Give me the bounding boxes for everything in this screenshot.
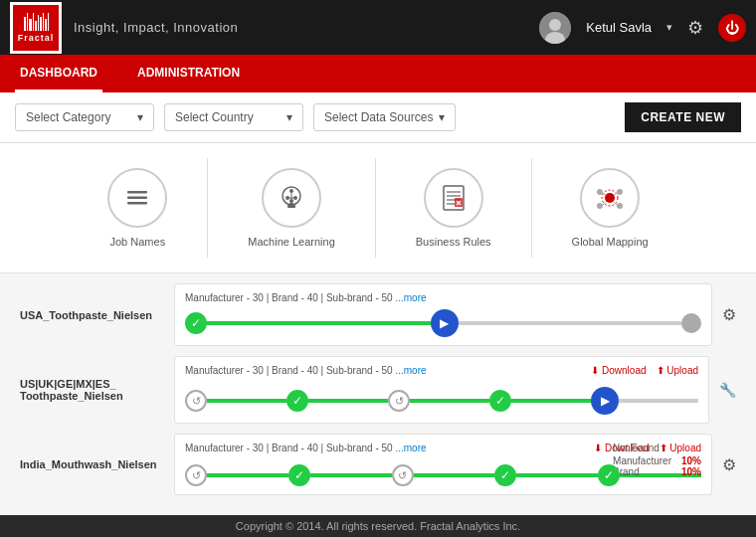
select-category[interactable]: Select Category ▾ <box>15 103 154 131</box>
svg-rect-3 <box>127 191 147 194</box>
icon-business-rules[interactable]: Business Rules <box>376 158 532 258</box>
pipeline-line-gray-1 <box>459 321 682 325</box>
svg-point-10 <box>289 199 293 203</box>
job-row-3: India_Mouthwash_Nielsen Manufacturer - 3… <box>20 434 736 495</box>
job-meta-3: Manufacturer - 30 | Brand - 40 | Sub-bra… <box>185 443 579 453</box>
logo-area: Fractal Insight, Impact, Innovation <box>10 2 238 54</box>
global-mapping-label: Global Mapping <box>572 236 649 248</box>
select-country-label: Select Country <box>175 110 254 124</box>
pipeline-line-gray-2 <box>619 399 698 403</box>
play-circle-2[interactable]: ▶ <box>591 387 619 415</box>
job-meta-1: Manufacturer - 30 | Brand - 40 | Sub-bra… <box>185 292 701 303</box>
pipeline-line-green-3d <box>516 473 598 477</box>
global-mapping-icon <box>580 168 640 228</box>
job-name-1: USA_Toothpaste_Nielsen <box>20 309 174 321</box>
job-row: USA_Toothpaste_Nielsen Manufacturer - 30… <box>20 283 736 346</box>
nav-administration[interactable]: ADMINISTRATION <box>132 55 245 92</box>
icon-job-names[interactable]: Job Names <box>68 158 208 258</box>
job-actions-3: ⚙ <box>722 455 736 474</box>
job-pipeline-1: Manufacturer - 30 | Brand - 40 | Sub-bra… <box>174 283 712 346</box>
check-circle-3a: ✓ <box>288 464 310 486</box>
svg-rect-13 <box>287 205 295 208</box>
gray-dot-1 <box>681 313 701 333</box>
power-icon[interactable]: ⏻ <box>718 14 746 42</box>
upload-link-2[interactable]: ⬆ Upload <box>657 365 698 378</box>
svg-point-1 <box>549 19 561 31</box>
job-actions-1: ⚙ <box>722 305 736 324</box>
pipeline-line-green-2d <box>511 399 591 403</box>
pipeline-line-green-2a <box>207 399 286 403</box>
job-row-2: US|UK|GE|MX|ES_Toothpaste_Nielsen Manufa… <box>20 356 736 424</box>
job-meta-2: Manufacturer - 30 | Brand - 40 | Sub-bra… <box>185 365 576 376</box>
more-link-3[interactable]: ...more <box>395 443 426 453</box>
svg-point-27 <box>597 203 603 209</box>
wrench-icon-2[interactable]: 🔧 <box>719 382 736 398</box>
check-circle-2: ✓ <box>286 390 308 412</box>
pipeline-track-1: ✓ ▶ <box>185 309 701 337</box>
select-data-sources[interactable]: Select Data Sources ▾ <box>313 103 456 131</box>
not-found-row-2: Brand 10% <box>613 466 701 477</box>
svg-rect-4 <box>127 197 147 200</box>
icon-machine-learning[interactable]: Machine Learning <box>208 158 375 258</box>
gear-action-icon-1[interactable]: ⚙ <box>722 305 736 324</box>
select-country[interactable]: Select Country ▾ <box>164 103 303 131</box>
more-link-2[interactable]: ...more <box>395 365 426 376</box>
svg-point-26 <box>617 189 623 195</box>
not-found-row-1: Manufacturer 10% <box>613 455 701 466</box>
pause-circle-3a[interactable]: ↺ <box>185 464 207 486</box>
nav-dashboard[interactable]: DASHBOARD <box>15 55 102 92</box>
not-found-pct-1: 10% <box>681 455 701 466</box>
select-datasources-label: Select Data Sources <box>324 110 433 124</box>
pipeline-line-green-2b <box>308 399 388 403</box>
pause-circle-2b[interactable]: ↺ <box>388 390 410 412</box>
footer-text: Copyright © 2014. All rights reserved. F… <box>236 520 520 532</box>
header-tagline: Insight, Impact, Innovation <box>74 20 238 35</box>
job-name-3: India_Mouthwash_Nielsen <box>20 458 174 470</box>
not-found-info: Not Found Manufacturer 10% Brand 10% <box>613 443 701 477</box>
pipeline-line-green-3b <box>310 473 392 477</box>
job-name-2: US|UK|GE|MX|ES_Toothpaste_Nielsen <box>20 378 174 402</box>
icon-global-mapping[interactable]: Global Mapping <box>532 158 688 258</box>
svg-point-23 <box>605 193 615 203</box>
select-category-label: Select Category <box>26 110 110 124</box>
not-found-label-1: Manufacturer <box>613 455 671 466</box>
main-content: Select Category ▾ Select Country ▾ Selec… <box>0 92 756 537</box>
svg-rect-14 <box>289 203 293 205</box>
job-names-icon <box>107 168 167 228</box>
chevron-down-icon[interactable]: ▾ <box>666 21 672 34</box>
pipeline-line-green-3a <box>207 473 288 477</box>
check-circle-3b: ✓ <box>494 464 516 486</box>
svg-rect-5 <box>127 202 147 205</box>
jobs-section: USA_Toothpaste_Nielsen Manufacturer - 30… <box>0 273 756 515</box>
check-circle-3c: ✓ <box>598 464 620 486</box>
play-circle-1[interactable]: ▶ <box>431 309 459 337</box>
job-pipeline-3: Manufacturer - 30 | Brand - 40 | Sub-bra… <box>174 434 712 495</box>
icons-section: Job Names Machine Learning <box>0 143 756 273</box>
chevron-down-icon: ▾ <box>137 110 143 124</box>
job-names-label: Job Names <box>110 236 166 248</box>
footer: Copyright © 2014. All rights reserved. F… <box>0 515 756 537</box>
download-upload-2: ⬇ Download ⬆ Upload <box>591 365 698 378</box>
not-found-pct-2: 10% <box>681 466 701 477</box>
create-new-button[interactable]: CREATE NEW <box>625 102 741 132</box>
header-right: Ketul Savla ▾ ⚙ ⏻ <box>539 12 746 44</box>
logo-box: Fractal <box>10 2 62 54</box>
avatar <box>539 12 571 44</box>
gear-icon[interactable]: ⚙ <box>687 17 703 39</box>
gear-action-icon-3[interactable]: ⚙ <box>722 455 736 474</box>
more-link-1[interactable]: ...more <box>395 292 426 303</box>
pause-circle-2a[interactable]: ↺ <box>185 390 207 412</box>
pause-circle-3b[interactable]: ↺ <box>392 464 414 486</box>
pipeline-line-green-1 <box>207 321 431 325</box>
svg-point-28 <box>617 203 623 209</box>
toolbar: Select Category ▾ Select Country ▾ Selec… <box>0 92 756 143</box>
machine-learning-label: Machine Learning <box>248 236 334 248</box>
business-rules-icon <box>424 168 483 228</box>
not-found-title: Not Found <box>613 443 701 453</box>
pipeline-line-green-3c <box>414 473 495 477</box>
nav-bar: DASHBOARD ADMINISTRATION <box>0 55 756 92</box>
pipeline-track-2: ↺ ✓ ↺ ✓ ▶ <box>185 387 698 415</box>
header: Fractal Insight, Impact, Innovation Ketu… <box>0 0 756 55</box>
business-rules-label: Business Rules <box>416 236 491 248</box>
download-link-2[interactable]: ⬇ Download <box>591 365 646 378</box>
